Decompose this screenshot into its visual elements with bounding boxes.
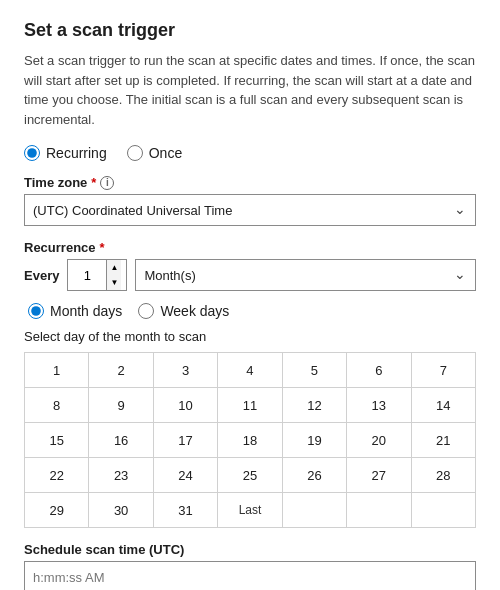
day-3[interactable]: 3 [154, 353, 218, 387]
page-title: Set a scan trigger [24, 20, 476, 41]
day-11[interactable]: 11 [218, 388, 282, 422]
day-22[interactable]: 22 [25, 458, 89, 492]
recurrence-number-input: 1 ▲ ▼ [67, 259, 127, 291]
recurrence-number-field[interactable]: 1 [68, 260, 106, 290]
day-24[interactable]: 24 [154, 458, 218, 492]
day-27[interactable]: 27 [347, 458, 411, 492]
day-type-row: Month days Week days [24, 303, 476, 319]
recurrence-unit-select[interactable]: Month(s) Week(s) Day(s) [135, 259, 476, 291]
day-8[interactable]: 8 [25, 388, 89, 422]
timezone-select-wrapper: (UTC) Coordinated Universal Time [24, 194, 476, 226]
day-20[interactable]: 20 [347, 423, 411, 457]
day-1[interactable]: 1 [25, 353, 89, 387]
day-6[interactable]: 6 [347, 353, 411, 387]
day-15[interactable]: 15 [25, 423, 89, 457]
day-19[interactable]: 19 [283, 423, 347, 457]
calendar-row-5: 29 30 31 Last [25, 493, 475, 527]
day-empty-3 [412, 493, 475, 527]
day-12[interactable]: 12 [283, 388, 347, 422]
day-18[interactable]: 18 [218, 423, 282, 457]
day-14[interactable]: 14 [412, 388, 475, 422]
month-days-option[interactable]: Month days [28, 303, 122, 319]
day-26[interactable]: 26 [283, 458, 347, 492]
trigger-type-group: Recurring Once [24, 145, 476, 161]
every-label: Every [24, 268, 59, 283]
timezone-label: Time zone * i [24, 175, 476, 190]
day-31[interactable]: 31 [154, 493, 218, 527]
calendar-select-label: Select day of the month to scan [24, 329, 476, 344]
day-23[interactable]: 23 [89, 458, 153, 492]
once-radio[interactable] [127, 145, 143, 161]
week-days-label: Week days [160, 303, 229, 319]
day-10[interactable]: 10 [154, 388, 218, 422]
schedule-section: Schedule scan time (UTC) [24, 542, 476, 590]
week-days-radio[interactable] [138, 303, 154, 319]
calendar-row-1: 1 2 3 4 5 6 7 [25, 353, 475, 388]
calendar-grid: 1 2 3 4 5 6 7 8 9 10 11 12 13 14 15 16 1… [24, 352, 476, 528]
day-last[interactable]: Last [218, 493, 282, 527]
day-21[interactable]: 21 [412, 423, 475, 457]
day-28[interactable]: 28 [412, 458, 475, 492]
schedule-label: Schedule scan time (UTC) [24, 542, 476, 557]
day-5[interactable]: 5 [283, 353, 347, 387]
day-13[interactable]: 13 [347, 388, 411, 422]
page-description: Set a scan trigger to run the scan at sp… [24, 51, 476, 129]
day-25[interactable]: 25 [218, 458, 282, 492]
day-empty-1 [283, 493, 347, 527]
recurrence-section: Recurrence * Every 1 ▲ ▼ Month(s) Week(s… [24, 240, 476, 528]
recurrence-label: Recurrence * [24, 240, 476, 255]
calendar-row-3: 15 16 17 18 19 20 21 [25, 423, 475, 458]
day-4[interactable]: 4 [218, 353, 282, 387]
timezone-select[interactable]: (UTC) Coordinated Universal Time [24, 194, 476, 226]
recurrence-unit-wrapper: Month(s) Week(s) Day(s) [135, 259, 476, 291]
recurring-option[interactable]: Recurring [24, 145, 107, 161]
month-days-label: Month days [50, 303, 122, 319]
once-label: Once [149, 145, 182, 161]
week-days-option[interactable]: Week days [138, 303, 229, 319]
month-days-radio[interactable] [28, 303, 44, 319]
timezone-info-icon[interactable]: i [100, 176, 114, 190]
once-option[interactable]: Once [127, 145, 182, 161]
day-7[interactable]: 7 [412, 353, 475, 387]
day-empty-2 [347, 493, 411, 527]
recurring-label: Recurring [46, 145, 107, 161]
spin-buttons: ▲ ▼ [106, 260, 121, 290]
day-9[interactable]: 9 [89, 388, 153, 422]
day-17[interactable]: 17 [154, 423, 218, 457]
recurrence-row: Every 1 ▲ ▼ Month(s) Week(s) Day(s) [24, 259, 476, 291]
timezone-section: Time zone * i (UTC) Coordinated Universa… [24, 175, 476, 226]
day-30[interactable]: 30 [89, 493, 153, 527]
day-29[interactable]: 29 [25, 493, 89, 527]
day-2[interactable]: 2 [89, 353, 153, 387]
calendar-row-2: 8 9 10 11 12 13 14 [25, 388, 475, 423]
schedule-time-input[interactable] [24, 561, 476, 590]
spin-down-button[interactable]: ▼ [107, 275, 121, 290]
calendar-row-4: 22 23 24 25 26 27 28 [25, 458, 475, 493]
recurring-radio[interactable] [24, 145, 40, 161]
spin-up-button[interactable]: ▲ [107, 260, 121, 275]
day-16[interactable]: 16 [89, 423, 153, 457]
